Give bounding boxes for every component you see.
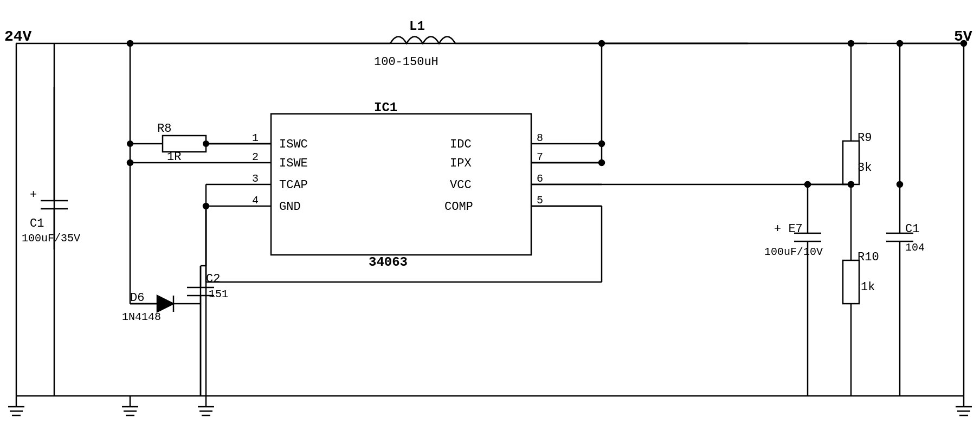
svg-rect-46 (843, 141, 859, 184)
r10-name: R10 (858, 251, 879, 264)
inductor-name: L1 (409, 19, 425, 34)
voltage-out-label: 5V (954, 28, 972, 45)
c2-name: C2 (206, 272, 220, 286)
ic-name: IC1 (374, 100, 397, 115)
svg-point-98 (203, 140, 209, 147)
d6-value: 1N4148 (122, 311, 161, 323)
pin7-label: IPX (450, 157, 472, 170)
pin6-label: VCC (450, 178, 472, 192)
pin7-num: 7 (537, 151, 543, 163)
c1b-name: C1 (905, 222, 919, 236)
e7-plus: + E7 (774, 222, 803, 236)
r10-value: 1k (861, 280, 875, 294)
svg-rect-8 (271, 114, 531, 255)
r8-value: 1R (167, 150, 181, 164)
svg-point-95 (848, 181, 854, 188)
pin8-label: IDC (450, 138, 472, 151)
c1-plus: + (30, 188, 37, 202)
svg-point-97 (127, 140, 133, 147)
r8-name: R8 (157, 122, 171, 136)
c1b-value: 104 (905, 241, 925, 254)
svg-point-96 (804, 181, 811, 188)
pin4-num: 4 (252, 194, 259, 207)
pin2-num: 2 (252, 151, 259, 163)
svg-point-67 (897, 182, 902, 187)
pin2-label: ISWE (279, 157, 308, 170)
pin6-num: 6 (537, 172, 543, 185)
c1-name: C1 (30, 217, 44, 230)
pin3-num: 3 (252, 172, 259, 185)
inductor-value: 100-150uH (374, 55, 439, 69)
r9-value: 3k (858, 161, 872, 175)
pin5-label: COMP (444, 200, 473, 214)
pin4-label: GND (279, 200, 301, 214)
r9-name: R9 (858, 131, 872, 145)
c1-value: 100uF/35V (22, 232, 80, 245)
schematic-diagram: 24V 5V L1 100-150uH IC1 ISWC ISWE TCAP G… (0, 0, 980, 442)
ic-part: 34063 (369, 255, 408, 270)
svg-point-49 (848, 41, 854, 46)
pin5-num: 5 (537, 194, 543, 207)
svg-rect-18 (163, 136, 206, 152)
e7-value: 100uF/10V (764, 246, 823, 258)
svg-point-74 (203, 203, 209, 209)
pin1-label: ISWC (279, 138, 308, 151)
svg-point-41 (127, 41, 133, 46)
pin3-label: TCAP (279, 178, 308, 192)
pin1-num: 1 (252, 132, 259, 144)
pin8-num: 8 (537, 132, 543, 144)
c2-value: 151 (209, 288, 228, 300)
d6-name: D6 (130, 291, 144, 305)
svg-rect-53 (843, 260, 859, 304)
voltage-in-label: 24V (4, 28, 32, 45)
